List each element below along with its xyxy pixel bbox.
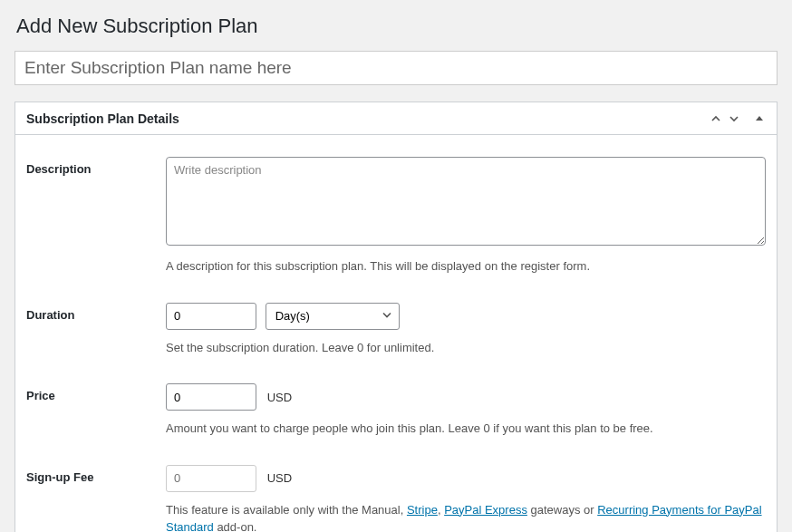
duration-label: Duration	[26, 303, 166, 322]
panel-header: Subscription Plan Details	[15, 102, 777, 135]
signup-fee-input	[166, 465, 256, 492]
price-input[interactable]	[166, 383, 256, 411]
duration-input[interactable]	[166, 303, 256, 330]
signup-fee-currency: USD	[267, 471, 292, 485]
page-title: Add New Subscription Plan	[16, 15, 778, 38]
panel-actions	[710, 112, 766, 125]
price-label: Price	[26, 383, 166, 402]
collapse-toggle-icon[interactable]	[753, 112, 766, 125]
stripe-link[interactable]: Stripe	[407, 503, 438, 517]
signup-help-text: gateways or	[527, 503, 597, 517]
description-textarea[interactable]	[166, 157, 766, 246]
signup-fee-help: This feature is available only with the …	[166, 501, 766, 533]
field-description: Description A description for this subsc…	[26, 146, 766, 292]
subscription-details-panel: Subscription Plan Details Description A …	[14, 102, 778, 532]
description-help: A description for this subscription plan…	[166, 257, 766, 276]
description-label: Description	[26, 157, 166, 176]
move-up-icon[interactable]	[710, 112, 722, 125]
panel-body: Description A description for this subsc…	[15, 135, 777, 532]
duration-help: Set the subscription duration. Leave 0 f…	[166, 339, 766, 357]
field-duration: Duration Day(s) Set the subscription dur…	[26, 292, 766, 373]
duration-unit-select[interactable]: Day(s)	[266, 303, 400, 330]
field-signup-fee: Sign-up Fee USD This feature is availabl…	[26, 454, 766, 533]
signup-help-text: add-on.	[214, 520, 257, 532]
signup-help-text: This feature is available only with the …	[166, 503, 407, 517]
panel-title: Subscription Plan Details	[26, 111, 179, 126]
paypal-express-link[interactable]: PayPal Express	[444, 503, 527, 517]
field-price: Price USD Amount you want to charge peop…	[26, 372, 766, 454]
signup-fee-label: Sign-up Fee	[26, 465, 166, 484]
price-currency: USD	[267, 391, 292, 404]
move-down-icon[interactable]	[728, 112, 740, 125]
plan-name-input[interactable]	[14, 51, 778, 85]
price-help: Amount you want to charge people who joi…	[166, 420, 766, 438]
